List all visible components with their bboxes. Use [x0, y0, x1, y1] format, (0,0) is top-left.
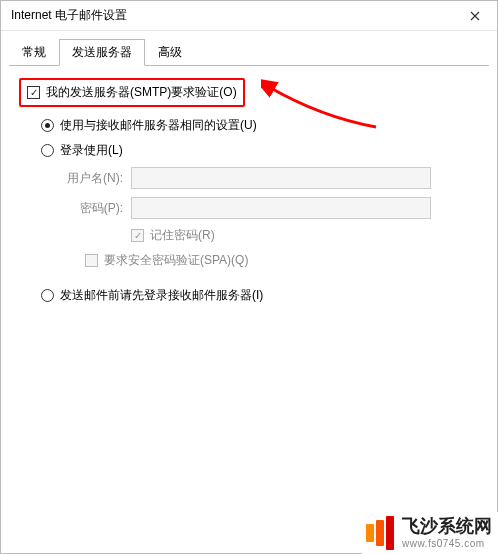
watermark-name: 飞沙系统网: [402, 516, 492, 538]
username-row: 用户名(N):: [63, 167, 479, 189]
require-spa-label: 要求安全密码验证(SPA)(Q): [104, 252, 248, 269]
radio-logon-before-send-row[interactable]: 发送邮件前请先登录接收邮件服务器(I): [41, 287, 479, 304]
titlebar: Internet 电子邮件设置: [1, 1, 497, 31]
password-row: 密码(P):: [63, 197, 479, 219]
radio-logon-using[interactable]: [41, 144, 54, 157]
radio-logon-using-label: 登录使用(L): [60, 142, 123, 159]
smtp-auth-label: 我的发送服务器(SMTP)要求验证(O): [46, 84, 237, 101]
password-label: 密码(P):: [63, 200, 131, 217]
radio-same-as-incoming[interactable]: [41, 119, 54, 132]
smtp-auth-checkbox[interactable]: [27, 86, 40, 99]
username-label: 用户名(N):: [63, 170, 131, 187]
tab-strip: 常规 发送服务器 高级: [1, 31, 497, 66]
radio-same-as-incoming-row[interactable]: 使用与接收邮件服务器相同的设置(U): [41, 117, 479, 134]
close-button[interactable]: [452, 1, 497, 31]
tab-general[interactable]: 常规: [9, 39, 59, 66]
watermark-text: 飞沙系统网 www.fs0745.com: [402, 516, 492, 550]
smtp-auth-row[interactable]: 我的发送服务器(SMTP)要求验证(O): [19, 78, 245, 107]
username-input: [131, 167, 431, 189]
remember-password-row: 记住密码(R): [131, 227, 479, 244]
watermark: 飞沙系统网 www.fs0745.com: [362, 512, 500, 554]
remember-password-checkbox: [131, 229, 144, 242]
dialog-window: Internet 电子邮件设置 常规 发送服务器 高级 我的发送服务器(SMTP…: [0, 0, 498, 554]
tab-content: 我的发送服务器(SMTP)要求验证(O) 使用与接收邮件服务器相同的设置(U) …: [1, 66, 497, 324]
close-icon: [470, 11, 480, 21]
tab-advanced[interactable]: 高级: [145, 39, 195, 66]
radio-logon-before-send-label: 发送邮件前请先登录接收邮件服务器(I): [60, 287, 263, 304]
radio-logon-using-row[interactable]: 登录使用(L): [41, 142, 479, 159]
password-input: [131, 197, 431, 219]
radio-same-as-incoming-label: 使用与接收邮件服务器相同的设置(U): [60, 117, 257, 134]
watermark-logo-icon: [366, 516, 394, 550]
remember-password-label: 记住密码(R): [150, 227, 215, 244]
auth-options-group: 使用与接收邮件服务器相同的设置(U) 登录使用(L) 用户名(N): 密码(P)…: [41, 117, 479, 304]
require-spa-checkbox: [85, 254, 98, 267]
window-title: Internet 电子邮件设置: [11, 7, 127, 24]
radio-logon-before-send[interactable]: [41, 289, 54, 302]
logon-using-subform: 用户名(N): 密码(P): 记住密码(R) 要求安全密码验证(SPA)(Q): [63, 167, 479, 269]
require-spa-row: 要求安全密码验证(SPA)(Q): [85, 252, 479, 269]
tab-outgoing-server[interactable]: 发送服务器: [59, 39, 145, 66]
watermark-url: www.fs0745.com: [402, 538, 492, 550]
